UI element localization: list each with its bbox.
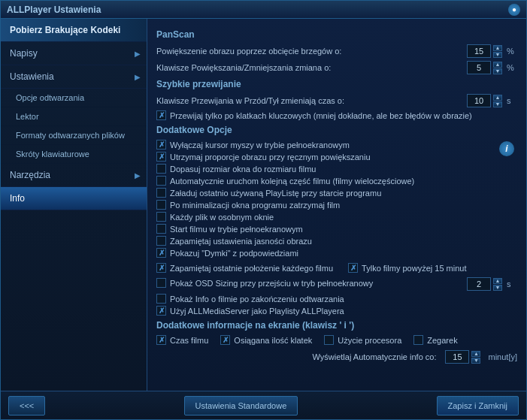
- cb-row-1: Utrzymaj proporcje obrazu przy ręcznym p…: [156, 152, 495, 162]
- allmedia-cb[interactable]: [156, 306, 166, 316]
- osd-cb-row: Pokaż OSD Sizing przy przejściu w tryb p…: [156, 278, 462, 288]
- sidebar-item-lektor[interactable]: Lektor: [1, 107, 147, 126]
- close-button[interactable]: ●: [508, 4, 520, 16]
- cb-row-8: Zapamiętaj ustawienia jasności obrazu: [156, 236, 495, 246]
- bottom-bar: <<< Ustawienia Standardowe Zapisz i Zamk…: [1, 391, 526, 419]
- cb-label-9: Pokazuj "Dymki" z podpowiedziami: [170, 249, 298, 258]
- cb-3[interactable]: [156, 176, 166, 186]
- addinfo-header: Dodatkowe informacje na ekranie (klawisz…: [156, 320, 517, 331]
- cb-label-7: Start filmu w trybie pełnoekranowym: [170, 225, 303, 234]
- ff-down[interactable]: ▼: [493, 101, 502, 107]
- sidebar-item-ustawienia[interactable]: Ustawienia ▶: [1, 65, 147, 89]
- addinfo-cb-3[interactable]: [413, 335, 423, 345]
- addinfo-cb-1[interactable]: [220, 335, 230, 345]
- cb-1[interactable]: [156, 152, 166, 162]
- auto-info-row: Wyświetlaj Automatycznie info co: ▲ ▼ mi…: [156, 350, 517, 364]
- zoom-row: Powiększenie obrazu poprzez obcięcie brz…: [156, 44, 517, 58]
- addinfo-cb-row-0: Czas filmu: [156, 335, 208, 345]
- sidebar-arrow-narzedzia: ▶: [135, 171, 141, 180]
- cb-4[interactable]: [156, 188, 166, 198]
- addinfo-label-2: Użycie procesora: [338, 336, 401, 345]
- osd-down[interactable]: ▼: [493, 285, 502, 291]
- cb-label-6: Każdy plik w osobnym oknie: [170, 213, 274, 222]
- ff-checkbox-label: Przewijaj tylko po klatkach kluczowych (…: [170, 111, 472, 120]
- keys-zoom-spinner-btns: ▲ ▼: [493, 62, 502, 74]
- zoom-label: Powiększenie obrazu poprzez obcięcie brz…: [156, 47, 462, 56]
- osd-input[interactable]: [467, 277, 491, 291]
- keys-zoom-up[interactable]: ▲: [493, 62, 502, 68]
- pos-cb2[interactable]: [348, 263, 358, 273]
- osd-label: Pokaż OSD Sizing przy przejściu w tryb p…: [170, 279, 373, 288]
- cb-9[interactable]: [156, 248, 166, 258]
- addinfo-cb-0[interactable]: [156, 335, 166, 345]
- keys-zoom-input[interactable]: [467, 61, 491, 74]
- info-icon-container: i: [499, 140, 517, 260]
- cb-6[interactable]: [156, 212, 166, 222]
- sidebar-item-skroty[interactable]: Skróty klawiaturowe: [1, 145, 147, 164]
- cb-8[interactable]: [156, 236, 166, 246]
- standard-button[interactable]: Ustawienia Standardowe: [184, 396, 298, 415]
- osd-spinner-btns: ▲ ▼: [493, 278, 502, 291]
- sidebar-item-opcje[interactable]: Opcje odtwarzania: [1, 89, 147, 107]
- ff-checkbox[interactable]: [156, 110, 166, 120]
- cb-label-3: Automatycznie uruchom kolejną część film…: [170, 177, 414, 186]
- zoom-input[interactable]: [467, 44, 491, 58]
- right-panel: PanScan Powiększenie obrazu poprzez obci…: [147, 19, 526, 391]
- zoom-up[interactable]: ▲: [493, 45, 502, 51]
- info-icon[interactable]: i: [499, 141, 514, 156]
- cb-label-8: Zapamiętaj ustawienia jasności obrazu: [170, 237, 312, 246]
- ff-spinner-btns: ▲ ▼: [493, 95, 502, 107]
- cb-row-4: Załaduj ostatnio używaną PlayListę przy …: [156, 188, 495, 198]
- addinfo-label-3: Zegarek: [427, 336, 457, 345]
- cb-label-4: Załaduj ostatnio używaną PlayListę przy …: [170, 189, 381, 198]
- back-button[interactable]: <<<: [8, 396, 45, 415]
- cb-5[interactable]: [156, 200, 166, 210]
- info-film-row: Pokaż Info o filmie po zakończeniu odtwa…: [156, 294, 517, 304]
- cb-row-5: Po minimalizacji okna programu zatrzymaj…: [156, 200, 495, 210]
- main-content: Pobierz Brakujące Kodeki Napisy ▶ Ustawi…: [1, 19, 526, 391]
- main-window: ALLPlayer Ustawienia ● Pobierz Brakujące…: [0, 0, 527, 420]
- osd-cb[interactable]: [156, 278, 166, 288]
- position-row: Zapamiętaj ostatnie położenie każdego fi…: [156, 263, 517, 275]
- auto-info-down[interactable]: ▼: [471, 358, 480, 364]
- sidebar-item-napisy[interactable]: Napisy ▶: [1, 42, 147, 65]
- auto-info-label: Wyświetlaj Automatycznie info co:: [313, 352, 437, 361]
- zoom-unit: %: [507, 47, 517, 56]
- zoom-spinner: ▲ ▼: [467, 44, 502, 58]
- additional-checkboxes: Wyłączaj kursor myszy w trybie pełnoekra…: [156, 140, 495, 260]
- keys-zoom-down[interactable]: ▼: [493, 68, 502, 74]
- auto-info-up[interactable]: ▲: [471, 351, 480, 357]
- cb-0[interactable]: [156, 140, 166, 150]
- addinfo-cb-row-2: Użycie procesora: [324, 335, 401, 345]
- auto-info-spinner: ▲ ▼: [445, 350, 480, 364]
- zoom-spinner-btns: ▲ ▼: [493, 45, 502, 58]
- pos-cb[interactable]: [156, 263, 166, 273]
- additional-options-block: Wyłączaj kursor myszy w trybie pełnoekra…: [156, 140, 517, 260]
- sidebar-item-kodeki[interactable]: Pobierz Brakujące Kodeki: [1, 19, 147, 42]
- ff-up[interactable]: ▲: [493, 95, 502, 101]
- allmedia-label: Użyj ALLMediaServer jako Playlisty ALLPl…: [170, 307, 344, 316]
- sidebar-item-info[interactable]: Info: [1, 187, 147, 210]
- pos-label2: Tylko filmy powyżej 15 minut: [362, 264, 466, 273]
- cb-row-9: Pokazuj "Dymki" z podpowiedziami: [156, 248, 495, 258]
- auto-info-input[interactable]: [445, 350, 469, 364]
- cb-2[interactable]: [156, 164, 166, 174]
- cb-row-6: Każdy plik w osobnym oknie: [156, 212, 495, 222]
- ff-unit: s: [507, 96, 517, 105]
- cb-label-5: Po minimalizacji okna programu zatrzymaj…: [170, 201, 340, 210]
- keys-zoom-label: Klawisze Powiększania/Zmniejszania zmian…: [156, 63, 462, 72]
- keys-zoom-row: Klawisze Powiększania/Zmniejszania zmian…: [156, 61, 517, 74]
- ff-input[interactable]: [467, 94, 491, 107]
- info-film-cb[interactable]: [156, 294, 166, 304]
- addinfo-cb-2[interactable]: [324, 335, 334, 345]
- osd-spinner: ▲ ▼: [467, 277, 502, 291]
- save-button[interactable]: Zapisz i Zamknij: [437, 396, 519, 415]
- osd-up[interactable]: ▲: [493, 278, 502, 284]
- sidebar-item-formaty[interactable]: Formaty odtwarzanych plików: [1, 126, 147, 145]
- sidebar-item-narzedzia[interactable]: Narzędzia ▶: [1, 164, 147, 187]
- auto-info-unit: minut[y]: [488, 352, 517, 361]
- osd-row: Pokaż OSD Sizing przy przejściu w tryb p…: [156, 277, 517, 291]
- zoom-down[interactable]: ▼: [493, 52, 502, 58]
- cb-7[interactable]: [156, 224, 166, 234]
- pos-cb-row: Zapamiętaj ostatnie położenie każdego fi…: [156, 263, 333, 273]
